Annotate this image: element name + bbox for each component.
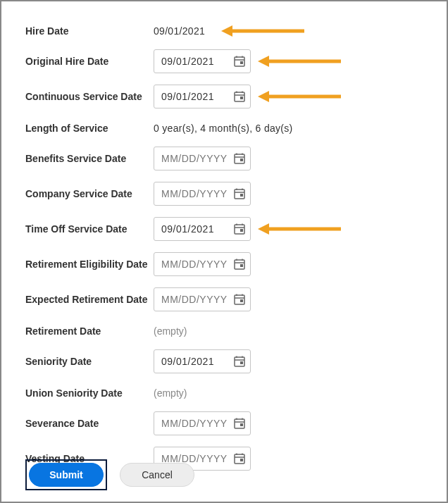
cancel-button[interactable]: Cancel bbox=[120, 463, 194, 487]
row-severance-date: Severance Date bbox=[25, 411, 423, 435]
arrow-icon bbox=[258, 222, 328, 236]
svg-rect-40 bbox=[240, 299, 243, 302]
row-retirement-eligibility-date: Retirement Eligibility Date bbox=[25, 252, 423, 276]
arrow-icon bbox=[258, 54, 328, 68]
company-service-date-input[interactable] bbox=[161, 188, 229, 199]
svg-marker-8 bbox=[258, 56, 269, 67]
continuous-service-date-input[interactable] bbox=[161, 91, 229, 102]
submit-button[interactable]: Submit bbox=[29, 463, 104, 487]
svg-rect-23 bbox=[240, 194, 243, 197]
svg-rect-4 bbox=[240, 61, 243, 64]
time-off-service-date-label: Time Off Service Date bbox=[25, 223, 154, 235]
row-original-hire-date: Original Hire Date bbox=[25, 49, 423, 73]
row-union-seniority-date: Union Seniority Date (empty) bbox=[25, 385, 423, 402]
retirement-eligibility-date-input[interactable] bbox=[161, 259, 229, 270]
severance-date-field[interactable] bbox=[154, 411, 251, 435]
original-hire-date-input[interactable] bbox=[161, 56, 229, 67]
row-retirement-date: Retirement Date (empty) bbox=[25, 323, 423, 340]
calendar-icon[interactable] bbox=[233, 90, 246, 103]
retirement-date-value: (empty) bbox=[154, 325, 187, 337]
continuous-service-date-label: Continuous Service Date bbox=[25, 91, 154, 102]
expected-retirement-date-field[interactable] bbox=[154, 287, 251, 311]
row-company-service-date: Company Service Date bbox=[25, 182, 423, 206]
benefits-service-date-label: Benefits Service Date bbox=[25, 153, 154, 164]
svg-rect-45 bbox=[240, 361, 243, 364]
calendar-icon[interactable] bbox=[233, 223, 246, 235]
submit-highlight-box: Submit bbox=[25, 459, 107, 490]
row-length-of-service: Length of Service 0 year(s), 4 month(s),… bbox=[25, 120, 423, 137]
expected-retirement-date-input[interactable] bbox=[161, 294, 229, 305]
button-bar: Submit Cancel bbox=[25, 459, 194, 490]
calendar-icon[interactable] bbox=[233, 152, 246, 165]
severance-date-input[interactable] bbox=[161, 418, 229, 429]
benefits-service-date-input[interactable] bbox=[161, 153, 229, 164]
svg-rect-18 bbox=[240, 159, 243, 161]
seniority-date-field[interactable] bbox=[154, 349, 251, 373]
row-benefits-service-date: Benefits Service Date bbox=[25, 147, 423, 170]
retirement-eligibility-date-field[interactable] bbox=[154, 252, 251, 276]
retirement-eligibility-date-label: Retirement Eligibility Date bbox=[25, 259, 154, 270]
company-service-date-label: Company Service Date bbox=[25, 188, 154, 199]
svg-marker-15 bbox=[258, 91, 269, 102]
svg-marker-32 bbox=[258, 223, 269, 235]
benefits-service-date-field[interactable] bbox=[154, 147, 251, 170]
continuous-service-date-field[interactable] bbox=[154, 85, 251, 108]
length-of-service-label: Length of Service bbox=[25, 123, 154, 134]
original-hire-date-label: Original Hire Date bbox=[25, 56, 154, 67]
seniority-date-input[interactable] bbox=[161, 356, 229, 367]
svg-rect-11 bbox=[240, 97, 243, 99]
svg-rect-55 bbox=[240, 459, 243, 461]
arrow-icon bbox=[221, 24, 292, 38]
svg-rect-50 bbox=[240, 423, 243, 426]
calendar-icon[interactable] bbox=[233, 452, 246, 465]
company-service-date-field[interactable] bbox=[154, 182, 251, 206]
hire-date-value: 09/01/2021 bbox=[154, 25, 205, 37]
original-hire-date-field[interactable] bbox=[154, 49, 251, 73]
svg-rect-35 bbox=[240, 264, 243, 267]
row-continuous-service-date: Continuous Service Date bbox=[25, 85, 423, 108]
length-of-service-value: 0 year(s), 4 month(s), 6 day(s) bbox=[154, 123, 293, 134]
calendar-icon[interactable] bbox=[233, 55, 246, 68]
calendar-icon[interactable] bbox=[233, 187, 246, 200]
time-off-service-date-field[interactable] bbox=[154, 217, 251, 241]
hire-date-label: Hire Date bbox=[25, 25, 154, 37]
arrow-icon bbox=[258, 89, 328, 104]
union-seniority-date-value: (empty) bbox=[154, 387, 187, 399]
row-expected-retirement-date: Expected Retirement Date bbox=[25, 287, 423, 311]
calendar-icon[interactable] bbox=[233, 258, 246, 271]
expected-retirement-date-label: Expected Retirement Date bbox=[25, 294, 154, 305]
row-seniority-date: Seniority Date bbox=[25, 349, 423, 373]
row-hire-date: Hire Date 09/01/2021 bbox=[25, 23, 423, 39]
calendar-icon[interactable] bbox=[233, 293, 246, 306]
row-time-off-service-date: Time Off Service Date bbox=[25, 217, 423, 241]
calendar-icon[interactable] bbox=[233, 355, 246, 368]
severance-date-label: Severance Date bbox=[25, 418, 154, 429]
svg-marker-1 bbox=[221, 25, 232, 37]
time-off-service-date-input[interactable] bbox=[161, 223, 229, 235]
union-seniority-date-label: Union Seniority Date bbox=[25, 387, 154, 399]
seniority-date-label: Seniority Date bbox=[25, 356, 154, 367]
calendar-icon[interactable] bbox=[233, 417, 246, 430]
svg-rect-28 bbox=[240, 229, 243, 232]
retirement-date-label: Retirement Date bbox=[25, 325, 154, 337]
